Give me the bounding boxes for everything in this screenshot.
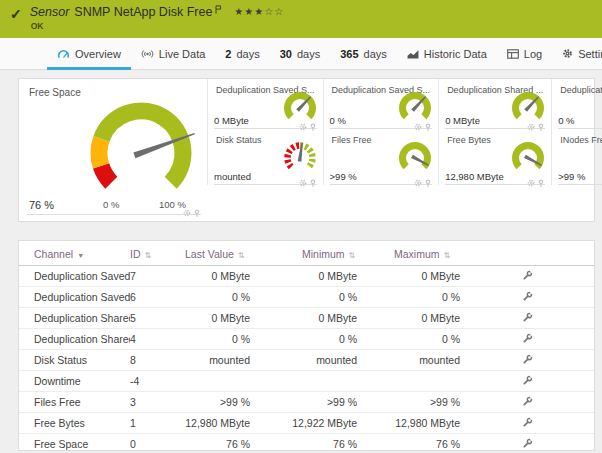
id-cell: 5 <box>130 308 179 329</box>
gauge-tile-free-bytes[interactable]: Free Bytes12,980 MByte <box>438 129 551 185</box>
column-header-maximum[interactable]: Maximum⇅ <box>361 241 464 266</box>
gauges-card: Free Space 76 % 0 % 100 % Deduplication … <box>18 78 595 222</box>
minimum-cell: 0 MByte <box>254 308 361 329</box>
channel-settings-wrench-icon[interactable] <box>522 438 533 449</box>
column-header-minimum[interactable]: Minimum⇅ <box>254 241 361 266</box>
maximum-cell: 76 % <box>361 434 464 452</box>
sort-icon: ▼ <box>77 252 84 259</box>
channel-settings-wrench-icon[interactable] <box>522 291 533 302</box>
id-cell: 8 <box>130 350 179 371</box>
mini-gauge-grid: Deduplication Saved S...0 MByteDeduplica… <box>207 79 602 221</box>
column-header-id[interactable]: ID⇅ <box>130 241 179 266</box>
channel-settings-wrench-icon[interactable] <box>522 417 533 428</box>
column-header-last-value[interactable]: Last Value⇅ <box>179 241 254 266</box>
channel-settings-wrench-icon[interactable] <box>522 396 533 407</box>
minimum-cell: 0 MByte <box>254 266 361 287</box>
row-settings-cell <box>464 350 594 371</box>
last-value-cell: 0 MByte <box>179 266 254 287</box>
status-ok-check-icon: ✓ <box>10 6 22 22</box>
channel-settings-wrench-icon[interactable] <box>522 270 533 281</box>
tab-2-days[interactable]: 2days <box>215 38 269 69</box>
maximum-cell: 12,980 MByte <box>361 413 464 434</box>
minimum-cell: 0 % <box>254 287 361 308</box>
id-cell: 3 <box>130 392 179 413</box>
id-cell: -4 <box>130 371 179 392</box>
sensor-header: ✓ Sensor SNMP NetApp Disk Free ★★★☆☆ OK <box>0 0 602 38</box>
row-settings-cell <box>464 413 594 434</box>
tab-live-data[interactable]: Live Data <box>131 38 215 69</box>
gauge-tile-deduplication-saved-s[interactable]: Deduplication Saved S...0 % <box>323 79 439 129</box>
gauge-tile-disk-status[interactable]: Disk Statusmounted <box>207 129 323 185</box>
table-row: Deduplication Saved Sp...70 MByte0 MByte… <box>19 266 594 287</box>
last-value-cell: 12,980 MByte <box>179 413 254 434</box>
tile-value: 12,980 MByte <box>445 171 504 182</box>
page-title: SNMP NetApp Disk Free <box>74 5 212 19</box>
tile-value: 0 % <box>558 115 574 126</box>
channel-cell: Downtime <box>19 371 130 392</box>
last-value-cell: 76 % <box>179 434 254 452</box>
last-value-cell: mounted <box>179 350 254 371</box>
log-icon <box>507 49 519 59</box>
table-row: Deduplication Saved Sp...60 %0 %0 % <box>19 287 594 308</box>
gauge-tile-files-free[interactable]: Files Free>99 % <box>323 129 439 185</box>
column-header-channel[interactable]: Channel▼ <box>19 241 130 266</box>
table-row: Files Free3>99 %>99 %>99 % <box>19 392 594 413</box>
tile-title: INodes Free <box>560 135 602 145</box>
channel-settings-wrench-icon[interactable] <box>522 354 533 365</box>
priority-stars[interactable]: ★★★☆☆ <box>234 6 284 17</box>
maximum-cell: 0 MByte <box>361 308 464 329</box>
row-settings-cell <box>464 329 594 350</box>
gear-icon[interactable] <box>414 179 422 187</box>
table-row: Downtime-4 <box>19 371 594 392</box>
minimum-cell: 76 % <box>254 434 361 452</box>
channel-settings-wrench-icon[interactable] <box>522 333 533 344</box>
favorite-flag-icon[interactable] <box>215 3 222 17</box>
table-row: Deduplication Shared S...40 %0 %0 % <box>19 329 594 350</box>
row-settings-cell <box>464 371 594 392</box>
tab-settings[interactable]: Settings <box>552 38 602 69</box>
tile-value: 0 MByte <box>214 115 249 126</box>
chart-icon <box>407 49 419 59</box>
tab-log[interactable]: Log <box>497 38 552 69</box>
id-cell: 6 <box>130 287 179 308</box>
maximum-cell: mounted <box>361 350 464 371</box>
channel-settings-wrench-icon[interactable] <box>522 312 533 323</box>
sort-icon: ⇅ <box>349 251 356 260</box>
tab-historic-data[interactable]: Historic Data <box>397 38 497 69</box>
channel-cell: Files Free <box>19 392 130 413</box>
gear-icon[interactable] <box>183 209 191 217</box>
pin-icon[interactable] <box>537 179 545 187</box>
gear-icon <box>562 48 573 59</box>
last-value-cell: 0 % <box>179 329 254 350</box>
minimum-cell: 12,922 MByte <box>254 413 361 434</box>
gauge-tile-deduplication-shared[interactable]: Deduplication Shared ...0 MByte <box>438 79 551 129</box>
free-space-gauge <box>82 92 200 210</box>
pin-icon[interactable] <box>424 179 432 187</box>
minimum-cell: 0 % <box>254 329 361 350</box>
sort-icon: ⇅ <box>238 251 245 260</box>
sort-icon: ⇅ <box>444 251 451 260</box>
row-settings-cell <box>464 308 594 329</box>
pin-icon[interactable] <box>309 179 317 187</box>
tile-title: Deduplication Shared ... <box>560 85 602 95</box>
tab-bar: OverviewLive Data2days30days365daysHisto… <box>0 38 602 70</box>
gauge-scale-min: 0 % <box>103 199 119 210</box>
primary-gauge-value: 76 % <box>29 199 54 211</box>
primary-gauge-title: Free Space <box>29 87 81 98</box>
pin-icon[interactable] <box>193 209 201 217</box>
gauge-tile-inodes-free[interactable]: INodes Free>99 % <box>551 129 602 185</box>
tab-365-days[interactable]: 365days <box>330 38 397 69</box>
channel-settings-wrench-icon[interactable] <box>522 375 533 386</box>
gear-icon[interactable] <box>299 179 307 187</box>
channel-cell: Free Bytes <box>19 413 130 434</box>
free-space-panel: Free Space 76 % 0 % 100 % <box>19 79 207 221</box>
last-value-cell: 0 % <box>179 287 254 308</box>
maximum-cell: 0 MByte <box>361 266 464 287</box>
tab-30-days[interactable]: 30days <box>270 38 331 69</box>
gauge-tile-deduplication-shared[interactable]: Deduplication Shared ...0 % <box>551 79 602 129</box>
maximum-cell: 0 % <box>361 287 464 308</box>
gear-icon[interactable] <box>527 179 535 187</box>
tab-overview[interactable]: Overview <box>47 38 131 69</box>
gauge-tile-deduplication-saved-s[interactable]: Deduplication Saved S...0 MByte <box>207 79 323 129</box>
tile-value: mounted <box>214 171 251 182</box>
